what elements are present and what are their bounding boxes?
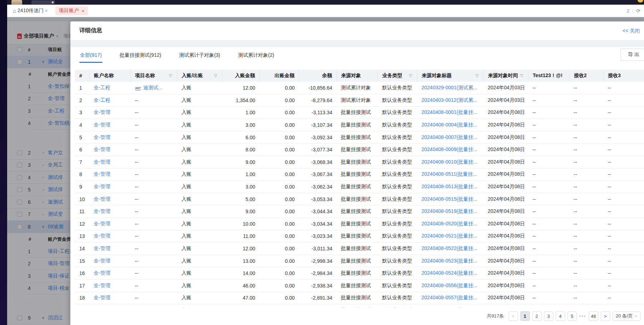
table-viewport: #账户名称项目名称入账/出账入账金额出账金额余额来源对象业务类型来源对象标题来源… <box>75 70 644 308</box>
cell-in-amount: 3.00 <box>222 119 259 131</box>
source-title-link[interactable]: 20240408-0001(批量挂... <box>421 109 477 115</box>
cell-receive2: -- <box>569 131 603 144</box>
cell-source-date: 2024年04月08日 <box>484 304 528 308</box>
account-link[interactable]: 全-管理 <box>94 134 110 140</box>
cell-test123: -- <box>528 156 569 169</box>
account-link[interactable]: 全-管理 <box>94 109 110 115</box>
page-button[interactable]: 5 <box>568 311 577 321</box>
detail-tab[interactable]: 测试累计对象(2) <box>238 47 275 64</box>
cell-source-title: 20240408-0558(批量挂... <box>417 304 484 308</box>
cell-index: 9 <box>75 181 89 193</box>
detail-tab[interactable]: 批量挂接测试(912) <box>119 47 162 64</box>
source-title-link[interactable]: 20240329-0001(测试累... <box>421 85 477 90</box>
column-header: 业务类型 <box>378 70 417 82</box>
cell-source-date: 2024年04月08日 <box>484 242 528 255</box>
account-link[interactable]: 全-管理 <box>94 122 110 128</box>
cell-balance: -3,044.34 <box>299 205 336 218</box>
account-link[interactable]: 全-管理 <box>94 233 110 239</box>
source-title-link[interactable]: 20240408-0515(批量挂... <box>421 196 477 202</box>
page-button[interactable]: 1 <box>520 311 530 321</box>
page-size-select[interactable]: 20 条/页∨ <box>613 311 640 321</box>
filter-funnel-icon[interactable] <box>475 74 479 78</box>
cell-project: -- <box>130 168 177 181</box>
home-tab-label: 2410传送门 <box>18 8 44 14</box>
account-link[interactable]: 全-管理 <box>94 196 110 202</box>
column-header: 入账/出账 <box>177 70 222 82</box>
cell-balance: -2,984.34 <box>299 267 336 280</box>
source-title-link[interactable]: 20240408-0007(批量挂... <box>421 134 477 140</box>
close-icon[interactable]: × <box>82 8 85 14</box>
account-link[interactable]: 全-管理 <box>94 146 110 152</box>
next-page-button[interactable]: > <box>601 311 610 321</box>
cell-inout: 入账 <box>177 230 222 242</box>
page-button[interactable]: 3 <box>544 311 553 321</box>
source-title-link[interactable]: 20240408-0524(批量挂... <box>421 270 477 276</box>
cell-project: -- <box>130 119 177 131</box>
account-link[interactable]: 全-管理 <box>94 208 110 214</box>
filter-funnel-icon[interactable] <box>520 74 524 78</box>
topbar-button[interactable] <box>31 0 55 4</box>
account-link[interactable]: 全-管理 <box>94 295 110 300</box>
close-panel-link[interactable]: << 关闭 <box>623 28 640 34</box>
cell-receive3: -- <box>604 168 644 181</box>
filter-funnel-icon[interactable] <box>214 74 218 78</box>
account-link[interactable]: 全-管理 <box>94 184 110 189</box>
detail-tab[interactable]: 测试累计子对象(3) <box>178 47 221 64</box>
export-button[interactable]: 导 出 <box>620 49 644 61</box>
source-title-link[interactable]: 20240408-0511(批量挂... <box>421 171 477 177</box>
source-title-link[interactable]: 20240408-0556(批量挂... <box>421 282 477 288</box>
source-title-link[interactable]: 20240408-0010(批量挂... <box>421 159 477 165</box>
cell-test123: -- <box>528 144 569 156</box>
account-link[interactable]: 全-管理 <box>94 270 110 276</box>
account-link[interactable]: 全-管理 <box>94 245 110 251</box>
cell-account: 全-工程 <box>89 94 130 107</box>
source-title-link[interactable]: 20240408-0004(批量挂... <box>421 122 477 128</box>
cell-balance: -3,107.34 <box>299 119 336 131</box>
account-link[interactable]: 全-管理 <box>94 159 110 165</box>
account-link[interactable]: 全-管理 <box>94 307 110 308</box>
account-link[interactable]: 全-管理 <box>94 258 110 264</box>
cell-inout: 入账 <box>177 156 222 169</box>
page-button[interactable]: 46 <box>589 311 598 321</box>
cell-in-amount: 5.00 <box>222 193 259 205</box>
source-title-link[interactable]: 20240403-0012(测试累... <box>421 97 477 103</box>
detail-panel-header: 详细信息 << 关闭 <box>70 21 644 40</box>
header-divider-band <box>70 40 644 47</box>
account-link[interactable]: 全-管理 <box>94 221 110 226</box>
home-tab[interactable]: ⌂ 2410传送门 ∨ <box>13 8 48 14</box>
filter-funnel-icon[interactable] <box>169 74 173 78</box>
account-link[interactable]: 全-管理 <box>94 282 110 288</box>
prev-page-button[interactable]: < <box>509 311 518 321</box>
account-link[interactable]: 全-工程 <box>94 97 110 103</box>
column-header-label: 来源对象时间 <box>488 72 518 79</box>
filter-funnel-icon[interactable] <box>409 74 413 78</box>
source-title-link[interactable]: 20240408-0523(批量挂... <box>421 258 477 264</box>
tab-project-account[interactable]: 项目账户 × <box>55 6 88 15</box>
source-title-link[interactable]: 20240408-0009(批量挂... <box>421 146 477 152</box>
source-title-link[interactable]: 20240408-0558(批量挂... <box>421 307 477 308</box>
source-title-link[interactable]: 20240408-0519(批量挂... <box>421 208 477 214</box>
source-title-link[interactable]: 20240408-0557(批量挂... <box>421 295 477 300</box>
refresh-icon[interactable]: ⟳ <box>636 8 640 14</box>
table-row: 7全-管理--入账9.000.00-3,068.34批量挂接测试默认业务类型20… <box>75 156 644 169</box>
detail-tab[interactable]: 全部(917) <box>79 47 103 64</box>
page-button[interactable]: 4 <box>556 311 565 321</box>
project-link[interactable]: 迪测试... <box>143 85 163 90</box>
cell-receive3: -- <box>604 292 644 304</box>
source-title-link[interactable]: 20240408-0521(批量挂... <box>421 233 477 239</box>
more-pages-icon[interactable]: ••• <box>579 314 586 319</box>
account-link[interactable]: 全-管理 <box>94 171 110 177</box>
table-row: 17全-管理--入账46.000.00-2,938.34批量挂接测试默认业务类型… <box>75 280 644 292</box>
cell-index: 10 <box>75 193 89 205</box>
cell-receive3: -- <box>604 193 644 205</box>
avatar[interactable] <box>11 0 22 5</box>
chevron-down-icon: ∨ <box>45 9 48 12</box>
page-button[interactable]: 2 <box>532 311 541 321</box>
account-link[interactable]: 全-工程 <box>94 85 110 90</box>
source-title-link[interactable]: 20240408-0520(批量挂... <box>421 221 477 226</box>
source-title-link[interactable]: 20240408-0522(批量挂... <box>421 245 477 251</box>
cell-project: -- <box>130 230 177 242</box>
source-title-link[interactable]: 20240408-0513(批量挂... <box>421 184 477 189</box>
cell-test123: -- <box>528 230 569 242</box>
cell-biztype: 默认业务类型 <box>378 181 417 193</box>
